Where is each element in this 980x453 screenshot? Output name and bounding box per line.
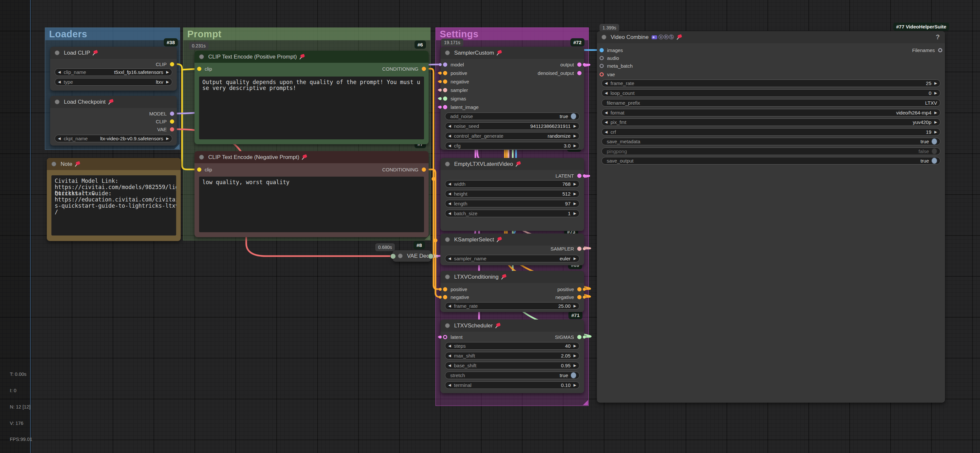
increment-arrow-icon[interactable]: ▶ <box>574 304 576 308</box>
empty-ltxv-latent-video-header[interactable]: EmptyLTXVLatentVideo <box>441 158 584 170</box>
increment-arrow-icon[interactable]: ▶ <box>574 257 576 261</box>
SIGMAS-output-port[interactable] <box>577 335 582 339</box>
ckpt_name-widget[interactable]: ◀ckpt_nameltx-video-2b-v0.9.safetensors▶ <box>55 135 172 142</box>
increment-arrow-icon[interactable]: ▶ <box>934 120 937 124</box>
toggle-knob[interactable] <box>932 138 937 144</box>
increment-arrow-icon[interactable]: ▶ <box>574 134 576 138</box>
increment-arrow-icon[interactable]: ▶ <box>574 144 576 148</box>
vae-decode-node[interactable]: VAE Decode <box>393 250 431 262</box>
load-clip-node[interactable]: Load CLIPCLIP◀clip_namet5xxl_fp16.safete… <box>50 47 177 90</box>
increment-arrow-icon[interactable]: ▶ <box>574 182 576 186</box>
ltxv-scheduler-node[interactable]: LTXVSchedulerlatentSIGMAS◀steps40▶◀max_s… <box>441 320 584 393</box>
decrement-arrow-icon[interactable]: ◀ <box>448 144 451 148</box>
note-header[interactable]: Note <box>47 158 181 170</box>
audio-input-port[interactable] <box>600 56 604 60</box>
video-combine-node[interactable]: Video CombineⓋⒽⓈ?imagesaudiometa_batchva… <box>597 31 945 402</box>
ksampler-select-header[interactable]: KSamplerSelect <box>441 234 584 246</box>
load-clip-header[interactable]: Load CLIP <box>50 47 177 59</box>
increment-arrow-icon[interactable]: ▶ <box>166 70 169 74</box>
decrement-arrow-icon[interactable]: ◀ <box>58 70 60 74</box>
increment-arrow-icon[interactable]: ▶ <box>574 363 576 367</box>
save_metadata-widget[interactable]: save_metadatatrue <box>601 138 940 145</box>
width-widget[interactable]: ◀width768▶ <box>445 180 579 188</box>
positive-input-port[interactable] <box>443 287 447 291</box>
ltxv-scheduler-header[interactable]: LTXVScheduler <box>441 320 584 332</box>
increment-arrow-icon[interactable]: ▶ <box>934 130 937 134</box>
load-checkpoint-header[interactable]: Load Checkpoint <box>50 96 177 108</box>
control_after_generate-widget[interactable]: ◀control_after_generaterandomize▶ <box>445 132 579 139</box>
stretch-widget[interactable]: stretchtrue <box>445 372 579 379</box>
latent_image-input-port[interactable] <box>443 105 447 109</box>
decrement-arrow-icon[interactable]: ◀ <box>448 124 451 128</box>
clip-input-port[interactable] <box>197 67 201 71</box>
height-widget[interactable]: ◀height512▶ <box>445 190 579 198</box>
increment-arrow-icon[interactable]: ▶ <box>934 81 937 86</box>
increment-arrow-icon[interactable]: ▶ <box>574 344 576 348</box>
toggle-knob[interactable] <box>932 158 937 164</box>
decrement-arrow-icon[interactable]: ◀ <box>448 344 451 348</box>
clip-text-encode-positive-node[interactable]: CLIP Text Encode (Positive Prompt)clipCO… <box>194 51 429 144</box>
decrement-arrow-icon[interactable]: ◀ <box>448 304 451 308</box>
positive-input-port[interactable] <box>443 71 447 75</box>
increment-arrow-icon[interactable]: ▶ <box>574 383 576 387</box>
decrement-arrow-icon[interactable]: ◀ <box>605 91 608 95</box>
note-node[interactable]: NoteCivitai Model Link:https://civitai.c… <box>47 158 181 241</box>
decrement-arrow-icon[interactable]: ◀ <box>58 136 60 141</box>
increment-arrow-icon[interactable]: ▶ <box>574 353 576 358</box>
decrement-arrow-icon[interactable]: ◀ <box>448 182 451 186</box>
increment-arrow-icon[interactable]: ▶ <box>574 201 576 206</box>
save_output-widget[interactable]: save_outputtrue <box>601 157 940 165</box>
decrement-arrow-icon[interactable]: ◀ <box>605 111 608 115</box>
VAE-output-port[interactable] <box>170 127 174 131</box>
SAMPLER-output-port[interactable] <box>577 247 582 251</box>
empty-ltxv-latent-video-node[interactable]: EmptyLTXVLatentVideoLATENT◀width768▶◀hei… <box>441 158 584 231</box>
sampler_name-widget[interactable]: ◀sampler_nameeuler▶ <box>445 255 579 262</box>
decrement-arrow-icon[interactable]: ◀ <box>448 134 451 138</box>
sigmas-input-port[interactable] <box>443 97 447 101</box>
frame_rate-widget[interactable]: ◀frame_rate25.00▶ <box>445 302 579 310</box>
base_shift-widget[interactable]: ◀base_shift0.95▶ <box>445 362 579 369</box>
decrement-arrow-icon[interactable]: ◀ <box>448 383 451 387</box>
note-text[interactable]: Civitai Model Link:https://civitai.com/m… <box>51 175 176 236</box>
ltxv-conditioning-header[interactable]: LTXVConditioning <box>441 271 584 283</box>
CLIP-output-port[interactable] <box>170 62 174 67</box>
ltxv-conditioning-node[interactable]: LTXVConditioningpositivenegativepositive… <box>441 271 584 312</box>
decrement-arrow-icon[interactable]: ◀ <box>448 257 451 261</box>
negative-input-port[interactable] <box>443 295 447 299</box>
steps-widget[interactable]: ◀steps40▶ <box>445 342 579 350</box>
decrement-arrow-icon[interactable]: ◀ <box>448 211 451 215</box>
negative-output-port[interactable] <box>577 295 582 299</box>
filename_prefix-widget[interactable]: filename_prefixLTXV <box>601 99 940 107</box>
cfg-widget[interactable]: ◀cfg3.0▶ <box>445 142 579 149</box>
Filenames-output-port[interactable] <box>938 48 942 52</box>
format-widget[interactable]: ◀formatvideo/h264-mp4▶ <box>601 109 940 116</box>
sampler-input-port[interactable] <box>443 88 447 92</box>
CONDITIONING-output-port[interactable] <box>422 67 426 71</box>
toggle-knob[interactable] <box>571 372 576 379</box>
decrement-arrow-icon[interactable]: ◀ <box>448 201 451 206</box>
noise_seed-widget[interactable]: ◀noise_seed941123866231911▶ <box>445 122 579 130</box>
output-output-port[interactable] <box>577 62 582 67</box>
increment-arrow-icon[interactable]: ▶ <box>166 80 169 84</box>
toggle-knob[interactable] <box>932 148 937 154</box>
batch_size-widget[interactable]: ◀batch_size1▶ <box>445 210 579 217</box>
video-combine-header[interactable]: Video CombineⓋⒽⓈ? <box>597 31 945 43</box>
loop_count-widget[interactable]: ◀loop_count0▶ <box>601 89 940 97</box>
images-input-port[interactable] <box>600 48 604 52</box>
pix_fmt-widget[interactable]: ◀pix_fmtyuv420p▶ <box>601 119 940 126</box>
positive-output-port[interactable] <box>577 287 582 291</box>
length-widget[interactable]: ◀length97▶ <box>445 200 579 207</box>
denoised_output-output-port[interactable] <box>577 71 582 75</box>
clip-text-encode-negative-header[interactable]: CLIP Text Encode (Negative Prompt) <box>194 151 429 163</box>
increment-arrow-icon[interactable]: ▶ <box>574 192 576 196</box>
vae-input-port[interactable] <box>600 72 604 76</box>
negative-input-port[interactable] <box>443 79 447 84</box>
decrement-arrow-icon[interactable]: ◀ <box>605 81 608 86</box>
decrement-arrow-icon[interactable]: ◀ <box>605 130 608 134</box>
collapsed-output-port[interactable] <box>428 253 434 259</box>
load-checkpoint-node[interactable]: Load CheckpointMODELCLIPVAE◀ckpt_nameltx… <box>50 96 177 146</box>
increment-arrow-icon[interactable]: ▶ <box>166 136 169 141</box>
increment-arrow-icon[interactable]: ▶ <box>574 211 576 215</box>
collapsed-input-port[interactable] <box>390 253 396 259</box>
latent-input-port[interactable] <box>443 335 447 339</box>
